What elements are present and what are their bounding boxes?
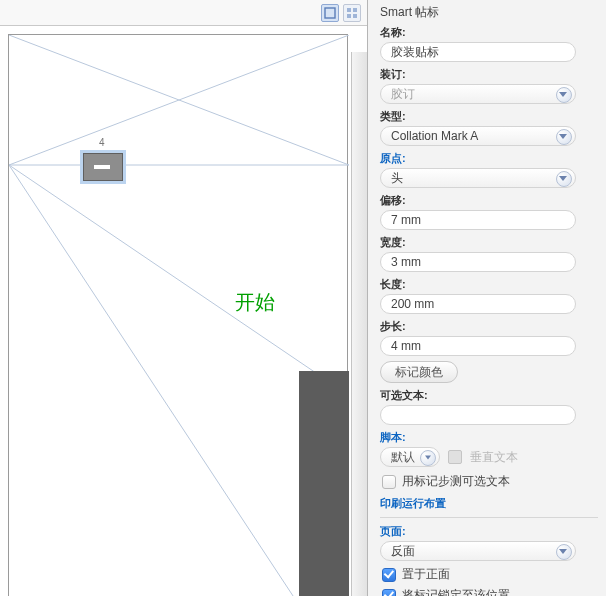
step-label: 步长: xyxy=(380,319,598,334)
width-label: 宽度: xyxy=(380,235,598,250)
place-front-label: 置于正面 xyxy=(402,566,450,583)
page-select[interactable]: 反面 xyxy=(380,541,576,561)
lock-position-label: 将标记锁定至该位置 xyxy=(402,587,510,596)
canvas-viewport[interactable]: 4 开始 xyxy=(0,26,367,596)
properties-panel: Smart 帖标 名称: 胶装贴标 装订: 胶订 类型: Collation M… xyxy=(368,0,606,596)
section-divider xyxy=(380,517,598,518)
canvas-start-label: 开始 xyxy=(235,289,275,316)
width-input[interactable]: 3 mm xyxy=(380,252,576,272)
use-step-text-label: 用标记步测可选文本 xyxy=(402,473,510,490)
offset-label: 偏移: xyxy=(380,193,598,208)
use-step-text-checkbox[interactable] xyxy=(382,475,396,489)
script-select[interactable]: 默认 xyxy=(380,447,440,467)
svg-rect-2 xyxy=(353,8,357,12)
svg-rect-0 xyxy=(325,8,335,18)
page-label[interactable]: 页面: xyxy=(380,524,598,539)
binding-select[interactable]: 胶订 xyxy=(380,84,576,104)
type-select[interactable]: Collation Mark A xyxy=(380,126,576,146)
svg-line-9 xyxy=(9,165,299,596)
length-label: 长度: xyxy=(380,277,598,292)
offset-input[interactable]: 7 mm xyxy=(380,210,576,230)
vertical-scrollbar[interactable] xyxy=(351,52,367,596)
mark-index-label: 4 xyxy=(99,137,105,148)
svg-rect-1 xyxy=(347,8,351,12)
lock-position-checkbox[interactable] xyxy=(382,589,396,597)
script-label[interactable]: 脚本: xyxy=(380,430,598,445)
view-single-button[interactable] xyxy=(321,4,339,22)
script-tag-icon xyxy=(448,450,462,464)
origin-label[interactable]: 原点: xyxy=(380,151,598,166)
origin-select[interactable]: 头 xyxy=(380,168,576,188)
vertical-text-label: 垂直文本 xyxy=(470,449,518,466)
mark-color-button[interactable]: 标记颜色 xyxy=(380,361,458,383)
panel-title: Smart 帖标 xyxy=(380,4,598,21)
canvas-toolbar xyxy=(0,0,367,26)
svg-rect-4 xyxy=(353,14,357,18)
svg-line-8 xyxy=(9,165,319,375)
binding-label: 装订: xyxy=(380,67,598,82)
guide-lines xyxy=(9,35,349,596)
optional-text-input[interactable] xyxy=(380,405,576,425)
length-input[interactable]: 200 mm xyxy=(380,294,576,314)
step-input[interactable]: 4 mm xyxy=(380,336,576,356)
name-input[interactable]: 胶装贴标 xyxy=(380,42,576,62)
optional-text-label: 可选文本: xyxy=(380,388,598,403)
view-grid-button[interactable] xyxy=(343,4,361,22)
canvas-panel: 4 开始 xyxy=(0,0,368,596)
svg-rect-3 xyxy=(347,14,351,18)
layout-canvas[interactable]: 4 开始 xyxy=(8,34,348,596)
place-front-checkbox[interactable] xyxy=(382,568,396,582)
collation-mark[interactable] xyxy=(83,153,123,181)
spine-strip xyxy=(299,371,349,596)
name-label: 名称: xyxy=(380,25,598,40)
type-label: 类型: xyxy=(380,109,598,124)
section-print-layout[interactable]: 印刷运行布置 xyxy=(380,496,598,511)
